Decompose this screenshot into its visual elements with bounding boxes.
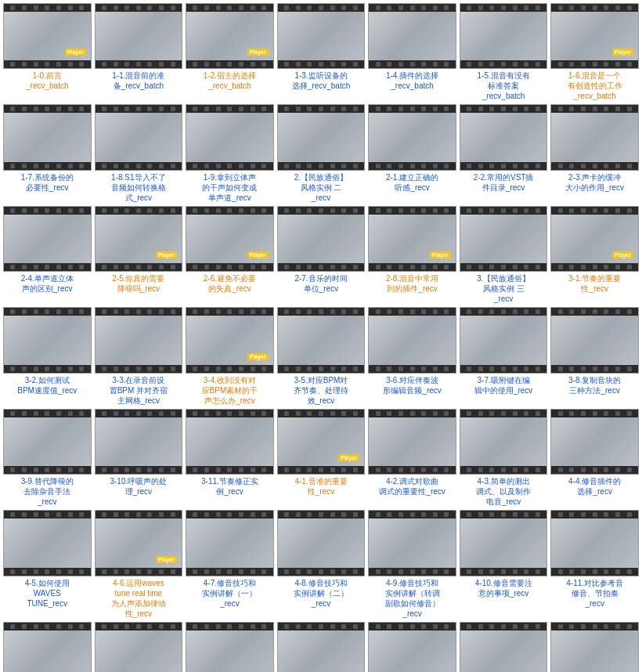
video-item[interactable]: 2-1.建立正确的 听感_recv: [368, 104, 456, 202]
video-thumbnail[interactable]: [460, 510, 548, 576]
video-item[interactable]: 1-4.插件的选择 _recv_batch: [368, 3, 456, 101]
video-item[interactable]: 3-10.呼吸声的处 理_recv: [95, 409, 183, 507]
video-item[interactable]: 2-2.常用的VST插 件目录_recv: [460, 104, 548, 202]
video-item[interactable]: 5-1.EQ（均衡） 的作用_recv: [3, 622, 92, 672]
video-thumbnail[interactable]: [186, 622, 274, 672]
video-thumbnail[interactable]: [550, 307, 639, 373]
video-item[interactable]: 3-8.复制音块的 三种方法_recv: [550, 307, 639, 405]
video-thumbnail[interactable]: [368, 104, 456, 170]
video-thumbnail[interactable]: [460, 307, 548, 373]
video-item[interactable]: 3-9.替代降噪的 去除杂音手法 _recv: [3, 409, 92, 507]
video-thumbnail[interactable]: [550, 409, 639, 475]
video-item[interactable]: 1-8.S1导入不了 音频如何转换格 式_recv: [95, 104, 183, 202]
video-item[interactable]: 3-5.对应BPM对 齐节奏、处理待 效_recv: [277, 307, 366, 405]
video-item[interactable]: 5-7.消除齿音, 齿音和EQ的关系 _recv: [550, 622, 639, 672]
video-thumbnail[interactable]: Player: [186, 206, 274, 272]
video-thumbnail[interactable]: [550, 104, 639, 170]
video-thumbnail[interactable]: [368, 307, 456, 373]
video-thumbnail[interactable]: [368, 622, 456, 672]
video-thumbnail[interactable]: [460, 104, 548, 170]
video-item[interactable]: 4-10.修音需要注 意的事项_recv: [460, 510, 548, 618]
video-label: 2-3.声卡的缓冲 大小的作用_recv: [550, 172, 639, 193]
video-thumbnail[interactable]: [95, 409, 183, 475]
video-thumbnail[interactable]: [277, 622, 366, 672]
video-thumbnail[interactable]: Player: [3, 3, 92, 69]
video-thumbnail[interactable]: [460, 3, 548, 69]
video-label: 4-8.修音技巧和 实例讲解（二） _recv: [277, 578, 366, 609]
video-thumbnail[interactable]: Player: [186, 3, 274, 69]
video-item[interactable]: 2-3.声卡的缓冲 大小的作用_recv: [550, 104, 639, 202]
video-item[interactable]: 4-3.简单的测出 调式、以及制作 电音_recv: [460, 409, 548, 507]
video-thumbnail[interactable]: [3, 622, 92, 672]
video-item[interactable]: 5-6.避免过度使 用EQ_recv: [460, 622, 548, 672]
video-item[interactable]: Player1-6.混音是一个 有创造性的工作 _recv_batch: [550, 3, 639, 101]
video-item[interactable]: 2.【民族通俗】 风格实例 二 _recv: [277, 104, 366, 202]
video-thumbnail[interactable]: [3, 510, 92, 576]
video-thumbnail[interactable]: Player: [368, 206, 456, 272]
video-item[interactable]: 3-3.在录音前设 置BPM 并对齐宿 主网格_recv: [95, 307, 183, 405]
video-item[interactable]: 3-11.节奏修正实 例_recv: [186, 409, 274, 507]
video-item[interactable]: 5-5.听见"EQ" _recv: [368, 622, 456, 672]
video-item[interactable]: Player2-8.混音中常用 到的插件_recv: [368, 206, 456, 304]
video-thumbnail[interactable]: [460, 206, 548, 272]
video-item[interactable]: 4-8.修音技巧和 实例讲解（二） _recv: [277, 510, 366, 618]
video-thumbnail[interactable]: [95, 3, 183, 69]
video-item[interactable]: 4-4.修音插件的 选择_recv: [550, 409, 639, 507]
video-thumbnail[interactable]: Player: [95, 510, 183, 576]
video-item[interactable]: 3-7.吸附键在编 辑中的使用_recv: [460, 307, 548, 405]
video-thumbnail[interactable]: [277, 206, 366, 272]
video-thumbnail[interactable]: [95, 307, 183, 373]
video-thumbnail[interactable]: [550, 510, 639, 576]
video-thumbnail[interactable]: [368, 510, 456, 576]
video-item[interactable]: Player3-4.收到没有对 应BPM素材的干 声怎么办_recv: [186, 307, 274, 405]
video-item[interactable]: 4-7.修音技巧和 实例讲解（一） _recv: [186, 510, 274, 618]
video-thumbnail[interactable]: [277, 104, 366, 170]
video-item[interactable]: 2-4.单声道立体 声的区别_recv: [3, 206, 92, 304]
video-thumbnail[interactable]: Player: [95, 206, 183, 272]
video-item[interactable]: Player2-5.你真的需要 降噪吗_recv: [95, 206, 183, 304]
video-thumbnail[interactable]: [95, 622, 183, 672]
video-item[interactable]: 1-7.系统备份的 必要性_recv: [3, 104, 92, 202]
video-thumbnail[interactable]: [460, 622, 548, 672]
video-item[interactable]: 1-1.混音前的准 备_recv_batch: [95, 3, 183, 101]
video-thumbnail[interactable]: [3, 104, 92, 170]
video-item[interactable]: 2-7.音乐的时间 单位_recv: [277, 206, 366, 304]
video-item[interactable]: 3-6.对应伴奏波 形编辑音频_recv: [368, 307, 456, 405]
video-item[interactable]: Player4-1.音准的重要 性_recv: [277, 409, 366, 507]
video-thumbnail[interactable]: [368, 3, 456, 69]
video-thumbnail[interactable]: [186, 104, 274, 170]
video-thumbnail[interactable]: [460, 409, 548, 475]
video-item[interactable]: 4-2.调式对歌曲 调式的重要性_recv: [368, 409, 456, 507]
video-thumbnail[interactable]: Player: [550, 3, 639, 69]
video-item[interactable]: Player1-0.前言 _recv_batch: [3, 3, 92, 101]
video-thumbnail[interactable]: [277, 3, 366, 69]
video-item[interactable]: 5-2.EQ的种类 _recv: [95, 622, 183, 672]
video-item[interactable]: 5-3.线性EQ-Q2 的使用方法_recv: [186, 622, 274, 672]
video-thumbnail[interactable]: [3, 206, 92, 272]
video-item[interactable]: 3-2.如何测试 BPM速度值_recv: [3, 307, 92, 405]
video-item[interactable]: Player2-6.避免不必要 的失真_recv: [186, 206, 274, 304]
video-thumbnail[interactable]: Player: [550, 206, 639, 272]
video-item[interactable]: 1-9.拿到立体声 的干声如何变成 单声道_recv: [186, 104, 274, 202]
video-thumbnail[interactable]: [277, 510, 366, 576]
video-item[interactable]: 1-5.混音有没有 标准答案 _recv_batch: [460, 3, 548, 101]
video-item[interactable]: Player4-6.运用waves tune real time 为人声添加律动…: [95, 510, 183, 618]
video-thumbnail[interactable]: [3, 409, 92, 475]
video-thumbnail[interactable]: Player: [277, 409, 366, 475]
video-thumbnail[interactable]: [186, 510, 274, 576]
video-item[interactable]: 4-5.如何使用 WAVES TUNE_recv: [3, 510, 92, 618]
video-thumbnail[interactable]: [277, 307, 366, 373]
video-item[interactable]: 5-4.模拟硬件EQ 的使用方法_recv: [277, 622, 366, 672]
video-thumbnail[interactable]: [186, 409, 274, 475]
video-thumbnail[interactable]: [95, 104, 183, 170]
video-item[interactable]: 1-3.监听设备的 选择_recv_batch: [277, 3, 366, 101]
video-item[interactable]: 3.【民族通俗】 风格实例 三 _recv: [460, 206, 548, 304]
video-thumbnail[interactable]: Player: [186, 307, 274, 373]
video-thumbnail[interactable]: [3, 307, 92, 373]
video-item[interactable]: 4-9.修音技巧和 实例讲解（转调 副歌如何修音） _recv: [368, 510, 456, 618]
video-thumbnail[interactable]: [368, 409, 456, 475]
video-thumbnail[interactable]: [550, 622, 639, 672]
video-item[interactable]: Player1-2.宿主的选择 _recv_batch: [186, 3, 274, 101]
video-item[interactable]: Player3-1.节奏的重要 性_recv: [550, 206, 639, 304]
video-item[interactable]: 4-11.对比参考音 修音、节拍奏 _recv: [550, 510, 639, 618]
